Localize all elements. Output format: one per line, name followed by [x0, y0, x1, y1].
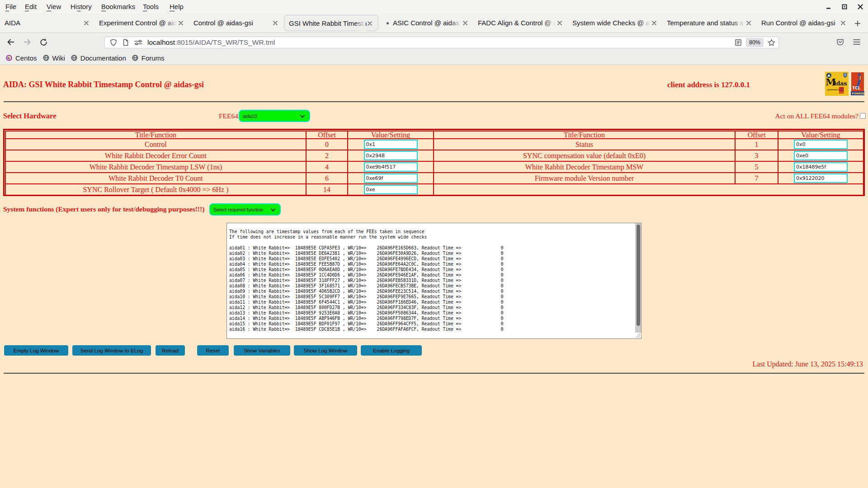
tab-label-text: Control @ aidas-gsi: [193, 19, 253, 27]
pocket-icon[interactable]: [834, 36, 846, 48]
send-log-to-elog-button[interactable]: Send Log Window to ELog: [72, 345, 151, 356]
register-value-input[interactable]: [364, 174, 418, 183]
tab-close-icon[interactable]: [745, 19, 753, 27]
table-row: Control 0 Status 1: [5, 139, 863, 150]
tab-experiment-control[interactable]: Experiment Control @ aida: [94, 15, 189, 31]
url-text[interactable]: localhost:8015/AIDA/TS_WR/TS_WR.tml: [147, 38, 275, 47]
horizontal-rule-bottom: [4, 373, 864, 374]
fee64-select[interactable]: aida10: [239, 110, 310, 122]
resize-grip-icon[interactable]: [635, 333, 641, 338]
log-textarea[interactable]: The following are timestamp values from …: [226, 223, 642, 339]
reload-page-button[interactable]: Reload: [156, 345, 185, 356]
empty-log-window-button[interactable]: Empty Log Window: [4, 345, 68, 356]
bookmark-centos[interactable]: Centos: [6, 52, 37, 63]
log-scrollbar-thumb[interactable]: [637, 225, 640, 326]
tab-close-icon[interactable]: [177, 19, 185, 27]
tab-temperature[interactable]: Temperature and status sc: [662, 15, 757, 31]
register-value-input[interactable]: [364, 162, 418, 172]
act-on-all-checkbox[interactable]: [860, 113, 866, 119]
select-value-text: Select required function: [213, 207, 263, 212]
register-value-cell: [778, 161, 863, 173]
bookmark-label: Forums: [142, 54, 165, 62]
register-value-input[interactable]: [794, 174, 848, 183]
col-header-value-right: Value/Setting: [778, 131, 863, 139]
tab-run-control[interactable]: Run Control @ aidas-gsi: [757, 15, 851, 31]
bookmark-forums[interactable]: Forums: [132, 52, 165, 63]
tab-aida[interactable]: AIDA: [0, 15, 94, 31]
minimize-button[interactable]: [824, 2, 834, 12]
col-header-title-right: Title/Function: [434, 131, 735, 139]
client-address: client address is 127.0.0.1: [667, 80, 750, 89]
show-variables-button[interactable]: Show Variables: [234, 345, 290, 356]
tab-close-icon[interactable]: [839, 19, 847, 27]
chevron-down-icon: [300, 115, 305, 118]
shield-icon[interactable]: [110, 39, 117, 46]
hamburger-menu-icon[interactable]: [850, 36, 863, 48]
bookmark-star-icon[interactable]: [768, 39, 775, 46]
tab-close-icon[interactable]: [461, 19, 469, 27]
svg-text:POWER: POWER: [840, 92, 845, 94]
register-value-input[interactable]: [794, 151, 848, 160]
tab-control[interactable]: Control @ aidas-gsi: [189, 15, 283, 31]
register-offset: 2: [306, 150, 348, 161]
register-value-input[interactable]: [364, 140, 418, 149]
menu-history[interactable]: History: [65, 0, 97, 14]
url-bar[interactable]: localhost:8015/AIDA/TS_WR/TS_WR.tml 80%: [104, 37, 779, 48]
tab-label-fade: [166, 15, 177, 31]
menu-edit[interactable]: Edit: [19, 0, 42, 14]
close-window-button[interactable]: [855, 2, 865, 12]
menu-file[interactable]: File: [0, 0, 22, 14]
table-header-row: Title/Function Offset Value/Setting Titl…: [5, 131, 863, 139]
tab-fadc-align[interactable]: FADC Align & Control @ ai: [473, 15, 568, 31]
bookmark-wiki[interactable]: Wiki: [43, 52, 65, 63]
menu-view[interactable]: View: [41, 0, 66, 14]
register-value-input[interactable]: [794, 162, 848, 172]
tcl-powered-logo[interactable]: TCL POWERED: [851, 72, 864, 95]
register-value-input[interactable]: [364, 185, 418, 194]
forward-button[interactable]: [21, 36, 33, 48]
tab-bar: AIDA Experiment Control @ aida Control @…: [0, 14, 868, 33]
permissions-sliders-icon[interactable]: [134, 39, 142, 46]
reader-mode-icon[interactable]: [735, 39, 742, 46]
reset-button[interactable]: Reset: [197, 345, 229, 356]
zoom-level-badge[interactable]: 80%: [746, 38, 764, 47]
tab-system-checks[interactable]: System wide Checks @ aid: [568, 15, 662, 31]
back-button[interactable]: [5, 36, 17, 48]
bookmark-label: Centos: [15, 54, 37, 62]
tab-close-icon[interactable]: [366, 19, 374, 28]
window-controls: [824, 1, 865, 13]
bookmark-label: Documentation: [80, 54, 126, 62]
system-functions-label: System functions (Expert users only for …: [3, 205, 204, 213]
page-info-icon[interactable]: [122, 39, 129, 46]
tab-gsi-white-rabbit-active[interactable]: GSI White Rabbit Timestam: [284, 15, 378, 31]
menu-help[interactable]: Help: [164, 0, 189, 14]
tab-close-icon[interactable]: [556, 19, 564, 27]
enable-logging-button[interactable]: Enable Logging: [361, 345, 422, 356]
col-header-title-left: Title/Function: [5, 131, 306, 139]
midas-logo[interactable]: M idas powered by POWER: [825, 72, 849, 96]
bookmark-label: Wiki: [52, 54, 65, 62]
new-tab-button[interactable]: [852, 18, 863, 29]
register-value-input[interactable]: [794, 140, 848, 149]
system-functions-select[interactable]: Select required function: [209, 203, 281, 216]
tab-close-icon[interactable]: [650, 19, 658, 27]
register-value-input[interactable]: [364, 151, 418, 160]
register-offset: 4: [306, 161, 348, 173]
bookmark-documentation[interactable]: Documentation: [71, 52, 126, 63]
menu-bookmarks[interactable]: Bookmarks: [96, 0, 141, 14]
tab-label-fade: [734, 15, 745, 31]
tab-close-icon[interactable]: [82, 19, 90, 27]
menu-mnemonic-underline: [101, 11, 106, 11]
register-title: Status: [434, 139, 735, 150]
tab-close-icon[interactable]: [271, 19, 279, 27]
tab-asic-control[interactable]: ASIC Control @ aidas-g: [379, 15, 473, 31]
horizontal-rule-top: [4, 101, 864, 102]
show-log-window-button[interactable]: Show Log Window: [294, 345, 357, 356]
tab-label: Run Control @ aidas-gsi: [761, 15, 839, 31]
menu-mnemonic-underline: [5, 11, 9, 11]
menu-tools[interactable]: Tools: [137, 0, 164, 14]
restore-button[interactable]: [840, 2, 849, 12]
chevron-down-icon: [271, 208, 275, 211]
tab-label-fade: [545, 15, 556, 31]
reload-button[interactable]: [37, 36, 50, 48]
